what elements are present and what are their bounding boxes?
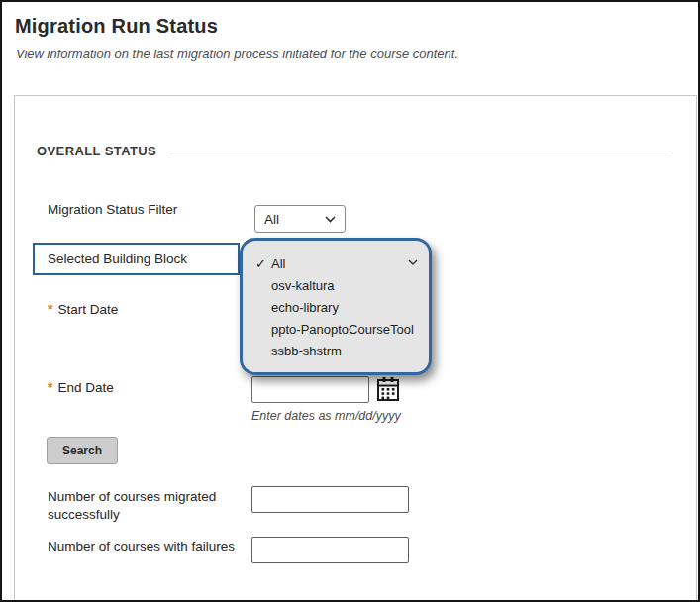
section-header: OVERALL STATUS	[37, 144, 672, 158]
dropdown-option-label: echo-library	[271, 300, 339, 315]
selected-building-block-label: Selected Building Block	[33, 243, 240, 275]
page-title: Migration Run Status	[15, 15, 218, 38]
dropdown-option-label: ppto-PanoptoCourseTool	[271, 322, 414, 337]
migration-run-status-page: Migration Run Status View information on…	[0, 0, 700, 602]
dropdown-option[interactable]: ssbb-shstrm	[243, 341, 429, 362]
search-button[interactable]: Search	[47, 437, 118, 464]
dropdown-option[interactable]: ppto-PanoptoCourseTool	[243, 319, 429, 341]
section-title: OVERALL STATUS	[37, 144, 156, 158]
required-marker: *	[48, 379, 52, 395]
page-subtitle: View information on the last migration p…	[16, 47, 458, 61]
start-date-label: *Start Date	[48, 301, 118, 317]
dropdown-option-label: All	[271, 256, 285, 271]
overall-status-panel: OVERALL STATUS Migration Status Filter A…	[14, 95, 697, 602]
start-date-label-text: Start Date	[57, 302, 118, 317]
selected-building-block-label-text: Selected Building Block	[48, 251, 187, 266]
calendar-icon	[376, 376, 400, 402]
migration-status-filter-select[interactable]: All	[254, 205, 346, 233]
select-selected-value: All	[264, 212, 279, 227]
check-icon: ✓	[255, 253, 266, 275]
migrated-successfully-label: Number of courses migrated successfully	[48, 488, 251, 524]
building-block-dropdown: ✓ All osv-kaltura echo-library ppto-Pano…	[240, 238, 432, 375]
end-date-input[interactable]	[251, 376, 369, 403]
required-marker: *	[48, 301, 52, 317]
date-format-hint: Enter dates as mm/dd/yyyy	[251, 409, 401, 423]
dropdown-option[interactable]: ✓ All	[243, 253, 429, 275]
end-date-label: *End Date	[48, 379, 114, 395]
calendar-button[interactable]	[374, 374, 401, 403]
section-divider	[168, 150, 672, 151]
migration-status-filter-label: Migration Status Filter	[48, 202, 177, 217]
end-date-label-text: End Date	[57, 380, 113, 395]
chevron-down-icon	[325, 216, 336, 223]
migrated-successfully-input[interactable]	[251, 486, 409, 513]
dropdown-option-label: ssbb-shstrm	[271, 344, 342, 358]
dropdown-option[interactable]: echo-library	[243, 297, 429, 319]
failures-label: Number of courses with failures	[48, 539, 235, 553]
failures-input[interactable]	[251, 537, 409, 563]
dropdown-option[interactable]: osv-kaltura	[243, 275, 429, 297]
dropdown-option-label: osv-kaltura	[271, 278, 335, 293]
